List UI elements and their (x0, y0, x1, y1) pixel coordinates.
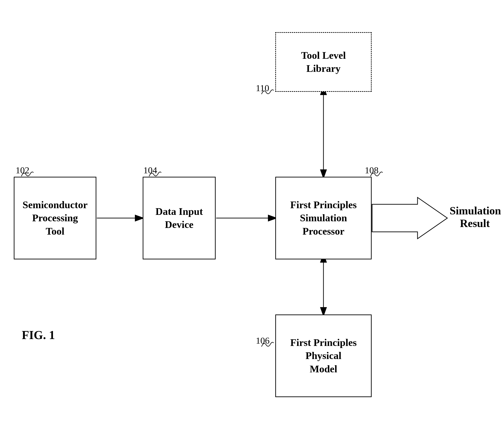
data-input-device-box: Data InputDevice (143, 177, 216, 259)
squiggle-106 (260, 340, 274, 348)
first-principles-simulation-processor-box: First PrinciplesSimulationProcessor (275, 177, 372, 259)
squiggle-110 (260, 88, 274, 95)
squiggle-104 (148, 170, 162, 178)
simulation-result-label: SimulationResult (450, 204, 500, 230)
semiconductor-processing-tool-box: SemiconductorProcessingTool (14, 177, 96, 259)
tool-level-library-label: Tool LevelLibrary (301, 49, 346, 75)
squiggle-102 (20, 170, 34, 178)
first-principles-simulation-processor-label: First PrinciplesSimulationProcessor (290, 198, 357, 238)
tool-level-library-box: Tool LevelLibrary (275, 32, 372, 92)
data-input-device-label: Data InputDevice (155, 205, 203, 231)
diagram-container: SemiconductorProcessingTool 102 Data Inp… (0, 0, 504, 435)
semiconductor-processing-tool-label: SemiconductorProcessingTool (22, 198, 88, 238)
figure-label: FIG. 1 (22, 328, 55, 342)
squiggle-108 (369, 170, 383, 178)
first-principles-physical-model-box: First PrinciplesPhysicalModel (275, 315, 372, 397)
svg-marker-6 (372, 197, 447, 239)
first-principles-physical-model-label: First PrinciplesPhysicalModel (290, 336, 357, 376)
